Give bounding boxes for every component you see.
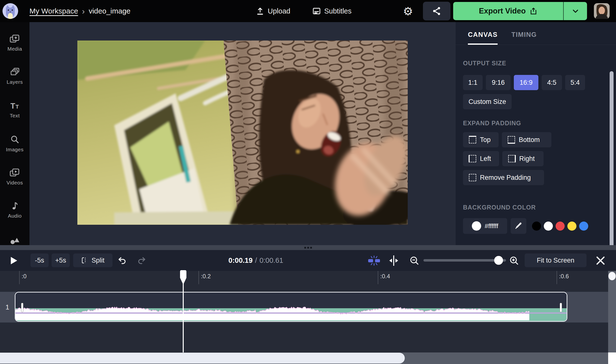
sidebar-item-audio[interactable]: Audio [0, 201, 29, 219]
back-5s-button[interactable]: -5s [30, 253, 49, 267]
export-icon [530, 7, 537, 15]
share-button[interactable] [423, 2, 450, 20]
pad-left-label: Left [480, 155, 491, 163]
play-button[interactable] [10, 256, 18, 265]
split-button[interactable]: Split [73, 253, 112, 267]
sidebar-item-images[interactable]: Images [0, 135, 29, 153]
scrollbar-corner [608, 352, 616, 364]
pad-bottom-button[interactable]: Bottom [502, 132, 551, 147]
redo-button[interactable] [137, 256, 146, 265]
ratio-9-16[interactable]: 9:16 [486, 75, 511, 90]
remove-padding-label: Remove Padding [480, 174, 531, 182]
layers-icon [9, 67, 20, 77]
panel-tabs: CANVAS TIMING [468, 31, 537, 45]
swatch-yellow[interactable] [567, 222, 576, 231]
videos-icon [9, 168, 20, 178]
pad-left-button[interactable]: Left [463, 151, 499, 166]
tab-canvas[interactable]: CANVAS [468, 31, 498, 45]
video-frame-image [77, 41, 408, 225]
avatar-photo [594, 3, 610, 19]
eyedropper-icon [515, 222, 522, 230]
video-editor-app: My Workspace › video_image Upload Subtit… [0, 0, 616, 364]
sidebar-item-media[interactable]: Media [0, 34, 29, 52]
audio-note-icon [10, 201, 20, 211]
zoom-slider-thumb[interactable] [494, 256, 503, 265]
clip-trim-handle-right[interactable] [560, 303, 562, 312]
track-number: 1 [0, 292, 15, 322]
ratio-4-5[interactable]: 4:5 [542, 75, 562, 90]
swatch-black[interactable] [532, 222, 541, 231]
image-search-icon [10, 135, 20, 144]
pad-top-button[interactable]: Top [463, 132, 499, 147]
tab-timing[interactable]: TIMING [511, 31, 537, 45]
user-avatar[interactable] [594, 3, 610, 19]
time-display: 0:00.19 / 0:00.61 [228, 250, 312, 271]
tabs-divider [456, 45, 616, 45]
audio-clip[interactable] [15, 292, 567, 322]
subtitles-label: Subtitles [324, 7, 351, 15]
horizontal-scrollbar-thumb[interactable] [0, 353, 405, 364]
hex-color-button[interactable]: #ffffff [463, 218, 507, 234]
export-video-button[interactable]: Export Video [453, 2, 563, 20]
zoom-out-icon[interactable] [409, 255, 420, 266]
sidebar-item-text[interactable]: T T Text [0, 101, 29, 119]
breadcrumb-workspace-link[interactable]: My Workspace [29, 7, 78, 15]
split-view-icon[interactable] [388, 255, 400, 266]
ratio-1-1[interactable]: 1:1 [463, 75, 483, 90]
swatch-red[interactable] [556, 222, 565, 231]
export-group: Export Video [453, 2, 587, 20]
eyedropper-button[interactable] [511, 218, 526, 234]
timeline-resize-handle[interactable] [0, 245, 616, 250]
chevron-down-icon [572, 7, 579, 15]
pad-top-label: Top [480, 136, 491, 144]
vertical-scrollbar-thumb[interactable] [608, 272, 616, 280]
breadcrumb-project-name: video_image [89, 7, 130, 15]
top-bar: My Workspace › video_image Upload Subtit… [0, 0, 616, 22]
remove-padding-button[interactable]: Remove Padding [463, 170, 544, 185]
swatch-blue[interactable] [579, 222, 588, 231]
ratio-16-9-selected[interactable]: 16:9 [514, 75, 538, 90]
undo-button[interactable] [117, 256, 127, 265]
snap-toggle-icon[interactable] [366, 255, 382, 266]
sidebar-label-audio: Audio [8, 213, 22, 219]
zoom-in-icon[interactable] [509, 255, 519, 266]
left-sidebar: Media Layers T T Text Images [0, 22, 29, 245]
pad-bottom-icon [508, 136, 515, 143]
timeline-zoom-slider[interactable] [423, 259, 506, 262]
fit-to-screen-button[interactable]: Fit to Screen [525, 253, 587, 267]
sidebar-label-images: Images [6, 147, 24, 153]
panel-scrollbar[interactable] [610, 71, 614, 258]
upload-label: Upload [268, 7, 290, 15]
media-icon [9, 34, 20, 44]
sidebar-item-layers[interactable]: Layers [0, 67, 29, 85]
clip-trim-handle-left[interactable] [21, 303, 23, 312]
workspace-logo[interactable] [2, 3, 18, 19]
time-separator: / [255, 256, 257, 265]
svg-text:T: T [15, 104, 19, 110]
subtitles-button[interactable]: Subtitles [312, 0, 351, 22]
pad-left-icon [469, 155, 476, 162]
swatch-white[interactable] [544, 222, 553, 231]
pad-right-button[interactable]: Right [502, 151, 544, 166]
ratio-5-4[interactable]: 5:4 [565, 75, 585, 90]
ratio-button-row: 1:1 9:16 16:9 4:5 5:4 [463, 75, 585, 90]
timeline-vertical-scrollbar[interactable] [608, 271, 616, 352]
cat-logo-icon [2, 3, 18, 19]
canvas-workspace [29, 22, 456, 245]
close-timeline-icon[interactable] [595, 255, 606, 266]
upload-button[interactable]: Upload [256, 0, 290, 22]
timeline-toolbar: -5s +5s Split 0:00.19 / 0:00.61 [0, 250, 616, 271]
sidebar-item-videos[interactable]: Videos [0, 168, 29, 186]
export-dropdown-button[interactable] [563, 2, 587, 20]
custom-size-button[interactable]: Custom Size [463, 94, 512, 109]
video-preview[interactable] [77, 41, 408, 225]
forward-5s-button[interactable]: +5s [52, 253, 70, 267]
pad-right-label: Right [519, 155, 535, 163]
timeline-horizontal-scrollbar[interactable] [0, 352, 616, 364]
split-label: Split [92, 257, 105, 264]
sidebar-item-elements[interactable] [0, 235, 29, 245]
timeline: :0 :0.2 :0.4 :0.6 1 [0, 271, 616, 352]
settings-gear-icon[interactable]: ⚙ [402, 5, 414, 17]
playhead-handle[interactable] [178, 270, 188, 285]
pad-right-icon [508, 155, 516, 162]
